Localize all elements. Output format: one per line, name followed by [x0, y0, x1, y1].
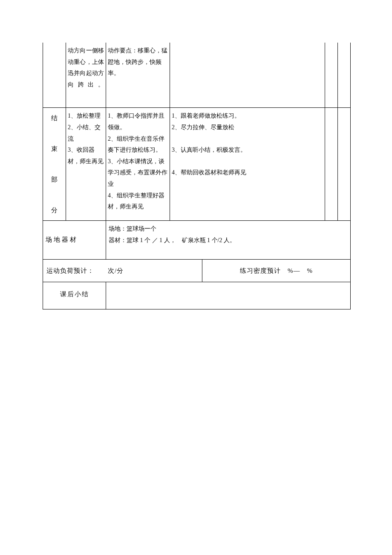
- cell-teacher-activity: 1、教师口令指挥并且领做。 2、组织学生在音乐伴奏下进行放松练习。 3、小结本课…: [106, 108, 170, 221]
- cell-empty: [325, 108, 338, 221]
- lesson-plan-table: 动方向一侧移动重心，上体迅并向起动方向跨出。 动作要点：移重心，猛蹬地，快跨步，…: [43, 43, 351, 309]
- table-row: 结 束 部 分 1、放松整理 2、小结、交流 3、收回器材，师生再见 1、教师口…: [43, 108, 351, 221]
- cell-section-ending: 结 束 部 分: [43, 108, 66, 221]
- cell-empty: [170, 43, 325, 108]
- cell-section-label-empty: [43, 43, 66, 108]
- cell-load-estimate: 运动负荷预计： 次/分: [43, 259, 202, 282]
- cell-empty: [338, 43, 351, 108]
- venue-line2: 器材：篮球 1 个 ／ 1 人， 矿泉水瓶 1 个/2 人。: [109, 235, 348, 246]
- cell-density-estimate: 练习密度预计 %— %: [202, 259, 351, 282]
- cell-student-activity: 1、跟着老师做放松练习。 2、尽力拉伸、尽量放松 3、认真听小结，积极发言。 4…: [170, 108, 325, 221]
- cell-movement-desc: 动方向一侧移动重心，上体迅并向起动方向跨出。: [66, 43, 106, 108]
- cell-empty: [325, 43, 338, 108]
- cell-key-points: 动作要点：移重心，猛蹬地，快跨步，快频率。: [106, 43, 170, 108]
- cell-ending-content: 1、放松整理 2、小结、交流 3、收回器材，师生再见: [66, 108, 106, 221]
- cell-venue-content: 场地：篮球场一个 器材：篮球 1 个 ／ 1 人， 矿泉水瓶 1 个/2 人。: [106, 221, 351, 259]
- table-row: 动方向一侧移动重心，上体迅并向起动方向跨出。 动作要点：移重心，猛蹬地，快跨步，…: [43, 43, 351, 108]
- table-row: 课后小结: [43, 282, 351, 309]
- cell-empty: [338, 108, 351, 221]
- cell-venue-label: 场地器材: [43, 221, 106, 259]
- cell-summary-content: [106, 282, 351, 309]
- page-container: 动方向一侧移动重心，上体迅并向起动方向跨出。 动作要点：移重心，猛蹬地，快跨步，…: [0, 0, 392, 309]
- table-row: 运动负荷预计： 次/分 练习密度预计 %— %: [43, 259, 351, 282]
- table-row: 场地器材 场地：篮球场一个 器材：篮球 1 个 ／ 1 人， 矿泉水瓶 1 个/…: [43, 221, 351, 259]
- venue-line1: 场地：篮球场一个: [109, 223, 348, 235]
- cell-summary-label: 课后小结: [43, 282, 106, 309]
